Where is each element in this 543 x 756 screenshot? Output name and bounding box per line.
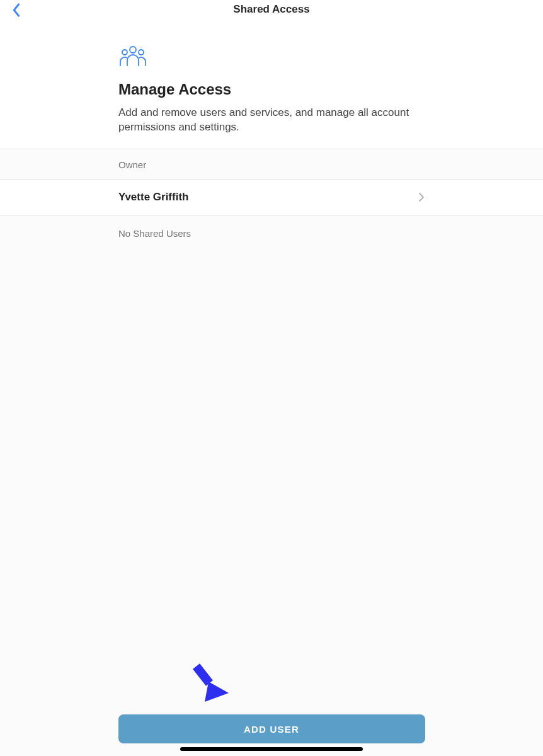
bottom-area: ADD USER [0, 660, 543, 756]
chevron-left-icon [11, 3, 21, 17]
svg-point-1 [122, 50, 127, 55]
chevron-right-icon [418, 192, 425, 202]
section-title: Manage Access [118, 81, 441, 98]
add-user-button[interactable]: ADD USER [118, 714, 425, 743]
owner-name: Yvette Griffith [118, 191, 188, 203]
annotation-arrow-icon [192, 660, 230, 704]
empty-space [0, 239, 543, 660]
svg-marker-4 [205, 682, 229, 702]
svg-point-2 [139, 50, 144, 55]
people-icon [118, 44, 441, 69]
owner-section-label: Owner [0, 149, 543, 180]
no-shared-users-text: No Shared Users [0, 215, 543, 239]
svg-point-0 [130, 47, 136, 53]
intro-section: Manage Access Add and remove users and s… [0, 19, 543, 135]
main-content: Manage Access Add and remove users and s… [0, 19, 543, 756]
back-button[interactable] [8, 1, 25, 19]
home-indicator[interactable] [180, 747, 363, 751]
section-description: Add and remove users and services, and m… [118, 106, 421, 135]
owner-row[interactable]: Yvette Griffith [0, 180, 543, 215]
header-bar: Shared Access [0, 0, 543, 19]
shared-access-screen: Shared Access Ma [0, 0, 543, 756]
owner-section: Owner Yvette Griffith [0, 149, 543, 215]
page-title: Shared Access [233, 3, 309, 16]
